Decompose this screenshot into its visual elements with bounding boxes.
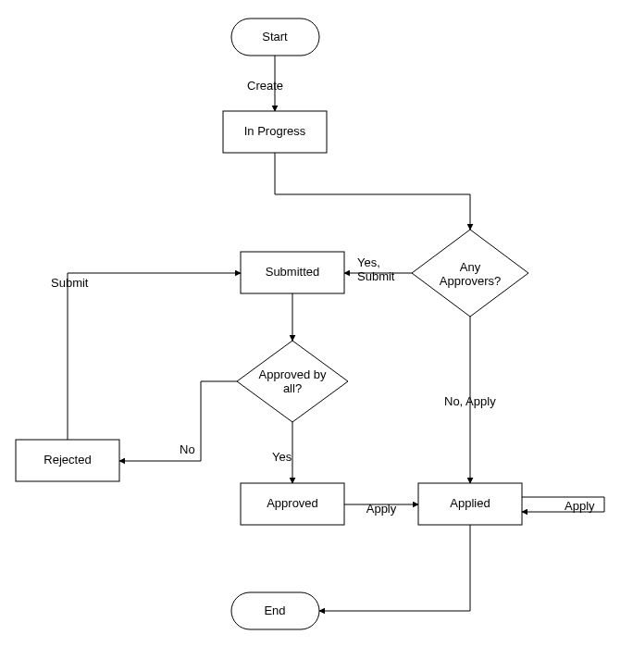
label-yes: Yes xyxy=(272,450,292,464)
label-applied: Applied xyxy=(450,496,490,510)
edge-submit: Submit xyxy=(51,273,241,440)
label-create: Create xyxy=(247,79,283,93)
edge-apply-inner: Apply xyxy=(344,502,418,516)
label-yes-submit-2: Submit xyxy=(357,269,395,283)
label-start: Start xyxy=(262,30,288,44)
label-any-approvers-1: Any xyxy=(460,260,481,274)
node-approved: Approved xyxy=(241,483,344,525)
label-yes-submit-1: Yes, xyxy=(357,255,380,269)
node-any-approvers: Any Approvers? xyxy=(412,230,528,317)
label-approvedbyall-1: Approved by xyxy=(259,367,327,381)
node-submitted: Submitted xyxy=(241,252,344,293)
node-applied: Applied xyxy=(418,483,522,525)
edge-yes-submit: Yes, Submit xyxy=(344,255,412,283)
node-rejected: Rejected xyxy=(16,440,119,481)
label-in-progress: In Progress xyxy=(244,124,306,138)
label-no-apply: No, Apply xyxy=(444,394,496,408)
node-in-progress: In Progress xyxy=(223,111,327,153)
node-start: Start xyxy=(231,19,319,56)
label-approved: Approved xyxy=(267,496,318,510)
label-approvedbyall-2: all? xyxy=(283,381,302,395)
label-apply-loop: Apply xyxy=(565,499,595,513)
label-rejected: Rejected xyxy=(43,453,91,467)
edge-create: Create xyxy=(247,56,283,111)
label-any-approvers-2: Approvers? xyxy=(440,274,501,288)
edge-no-apply: No, Apply xyxy=(444,317,496,483)
label-no: No xyxy=(180,442,195,456)
edge-applied-end xyxy=(319,525,470,611)
node-approved-by-all: Approved by all? xyxy=(237,341,348,422)
label-end: End xyxy=(264,604,285,617)
label-submitted: Submitted xyxy=(266,265,320,279)
node-end: End xyxy=(231,592,319,629)
label-apply-inner: Apply xyxy=(366,502,397,516)
edge-no: No xyxy=(119,381,237,461)
edge-apply-loop: Apply xyxy=(522,497,604,513)
edge-yes: Yes xyxy=(272,422,292,483)
edge-inprogress-anyapprovers xyxy=(275,153,470,230)
label-submit: Submit xyxy=(51,276,89,290)
